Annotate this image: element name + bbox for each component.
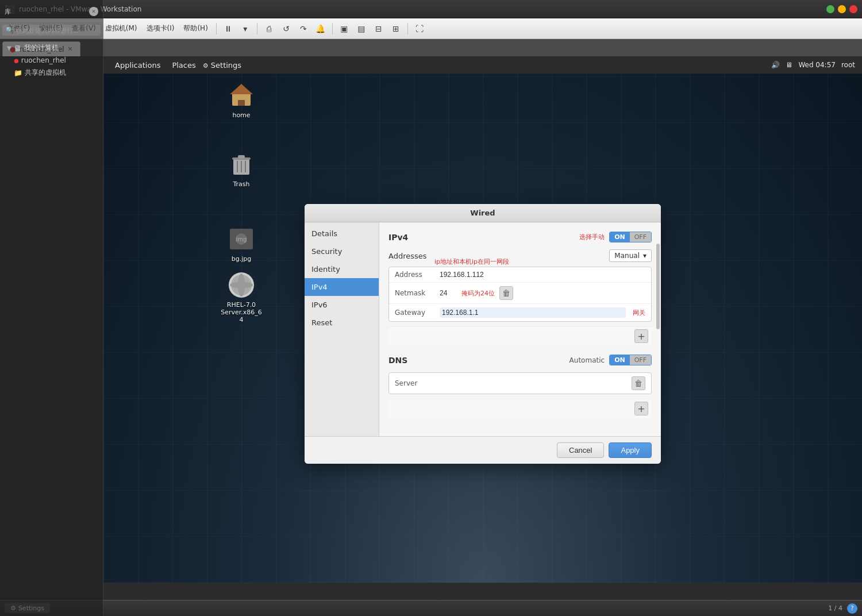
dns-title: DNS <box>388 356 407 365</box>
toolbar-btn-3[interactable]: ↷ <box>295 21 311 37</box>
dialog-content: IPv4 选择手动 ON OFF <box>379 222 661 436</box>
dialog-nav-details[interactable]: Details <box>305 225 379 242</box>
apply-button[interactable]: Apply <box>609 442 652 458</box>
gateway-input[interactable] <box>440 307 626 318</box>
server-label: Server <box>395 379 435 387</box>
menu-tabs[interactable]: 选项卡(I) <box>142 21 179 36</box>
cancel-button[interactable]: Cancel <box>557 442 604 458</box>
dialog-body: Details Security Identity IPv4 IPv6 Rese… <box>305 222 661 436</box>
ip-annotation-text: ip地址和本机ip在同一网段 <box>434 257 509 266</box>
dialog-nav-ipv4[interactable]: IPv4 <box>305 278 379 296</box>
shared-vms-icon: 📁 <box>14 69 22 77</box>
gnome-topbar: Applications Places ⚙ Settings 🔊 🖥 Wed 0… <box>103 56 862 74</box>
ipv4-title: IPv4 <box>388 233 408 242</box>
dns-section-header: DNS Automatic ON OFF <box>388 355 652 365</box>
netmask-row: Netmask 掩码为24位 🗑 <box>389 283 651 304</box>
taskbar: ⚙ Settings 1 / 4 ? <box>0 600 862 616</box>
sidebar-item-my-computer[interactable]: ▼ 🖥 我的计算机 <box>0 41 103 55</box>
vmware-titlebar: ⬛ ruochen_rhel - VMware Workstation <box>0 0 862 18</box>
close-btn[interactable] <box>849 5 857 13</box>
maximize-btn[interactable] <box>838 5 846 13</box>
add-server-row: + <box>388 399 652 418</box>
gateway-annotation: 网关 <box>633 309 645 317</box>
window-controls <box>826 5 857 13</box>
user-label: root <box>841 61 855 69</box>
menu-help[interactable]: 帮助(H) <box>179 21 212 36</box>
sidebar-tree: ▼ 🖥 我的计算机 ● ruochen_rhel 📁 共享的虚拟机 <box>0 39 103 82</box>
netmask-label: Netmask <box>395 289 435 297</box>
window-title: ruochen_rhel - VMware Workstation <box>19 5 822 13</box>
page-icon: ? <box>847 603 857 614</box>
server-row: Server 🗑 <box>389 373 651 394</box>
addresses-label: Addresses <box>388 252 427 260</box>
sidebar-item-ruochen-rhel[interactable]: ● ruochen_rhel <box>0 55 103 66</box>
dialog-nav-security[interactable]: Security <box>305 242 379 260</box>
sidebar-search-input[interactable] <box>16 27 97 34</box>
desktop: Applications Places ⚙ Settings 🔊 🖥 Wed 0… <box>103 56 862 583</box>
add-address-btn[interactable]: + <box>634 329 648 343</box>
addr-mode-dropdown[interactable]: Manual ▾ <box>609 249 652 262</box>
minimize-btn[interactable] <box>826 5 834 13</box>
netmask-delete-btn[interactable]: 🗑 <box>499 286 513 300</box>
volume-icon: 🔊 <box>771 61 780 69</box>
gnome-settings-label: Settings <box>211 61 241 70</box>
toolbar-separator-2 <box>257 23 257 34</box>
menu-vm[interactable]: 虚拟机(M) <box>101 21 142 36</box>
sidebar-search-bar[interactable]: 🔍 <box>2 25 101 36</box>
toolbar-grab-btn[interactable]: ⊞ <box>388 21 404 37</box>
toolbar-btn-1[interactable]: ⎙ <box>261 21 277 37</box>
toolbar-pause-btn[interactable]: ⏸ <box>220 21 236 37</box>
ipv4-section-header: IPv4 选择手动 ON OFF <box>388 232 652 242</box>
toolbar-vm-btn[interactable]: ▣ <box>336 21 352 37</box>
toolbar-scale-btn[interactable]: ▤ <box>353 21 370 37</box>
dialog-scrollbar[interactable] <box>656 244 660 329</box>
shared-vms-label: 共享的虚拟机 <box>25 68 66 78</box>
clock: Wed 04:57 <box>798 61 836 69</box>
dialog-title: Wired <box>305 204 661 222</box>
dns-auto-label: Automatic <box>569 356 605 364</box>
ipv4-toggle[interactable]: ON OFF <box>609 232 652 242</box>
dialog-nav-reset[interactable]: Reset <box>305 314 379 332</box>
dialog-footer: Cancel Apply <box>305 436 661 464</box>
toolbar-split-btn[interactable]: ⊟ <box>371 21 387 37</box>
sidebar-close-btn[interactable]: ✕ <box>89 7 98 16</box>
gnome-apps-places: Applications Places <box>110 60 201 71</box>
page-info: 1 / 4 <box>828 605 842 612</box>
places-menu[interactable]: Places <box>167 60 200 71</box>
search-icon: 🔍 <box>6 26 14 34</box>
toolbar-btn-4[interactable]: 🔔 <box>313 21 329 37</box>
dialog-nav-ipv6[interactable]: IPv6 <box>305 296 379 314</box>
toolbar-btn-2[interactable]: ↺ <box>278 21 294 37</box>
annotation-select-manual: 选择手动 <box>579 233 605 241</box>
server-input[interactable] <box>440 379 627 387</box>
vmware-toolbar: 文件(F) 编辑(E) 查看(V) 虚拟机(M) 选项卡(I) 帮助(H) ⏸ … <box>0 18 862 39</box>
gateway-label: Gateway <box>395 309 435 317</box>
applications-menu[interactable]: Applications <box>110 60 165 71</box>
server-delete-btn[interactable]: 🗑 <box>632 376 645 390</box>
sidebar-title: 库 <box>5 7 11 16</box>
sidebar-header: 库 ✕ <box>0 5 103 21</box>
main-area: 库 ✕ 🔍 ▼ 🖥 我的计算机 ● ruochen_rhel 📁 共享的虚拟机 <box>0 56 862 600</box>
netmask-input[interactable] <box>440 289 457 297</box>
dialog-nav-identity[interactable]: Identity <box>305 260 379 278</box>
dns-toggle-on: ON <box>610 355 630 365</box>
toolbar-fullscreen-btn[interactable]: ⛶ <box>411 21 428 37</box>
add-server-btn[interactable]: + <box>634 402 648 415</box>
wired-dialog-overlay: Wired Details Security Identity IPv4 IPv… <box>103 74 862 583</box>
ipv4-toggle-off: OFF <box>630 232 651 242</box>
dialog-sidebar: Details Security Identity IPv4 IPv6 Rese… <box>305 222 379 436</box>
addr-mode-value: Manual <box>614 252 640 260</box>
arrow-icon: ▼ <box>7 45 11 51</box>
dropdown-icon: ▾ <box>643 252 646 260</box>
dns-toggle[interactable]: ON OFF <box>609 355 652 365</box>
ipv4-toggle-on: ON <box>610 232 630 242</box>
toolbar-dropdown-btn[interactable]: ▾ <box>237 21 253 37</box>
toolbar-separator-3 <box>332 23 333 34</box>
dns-subsection: DNS Automatic ON OFF <box>388 355 652 418</box>
address-input[interactable] <box>440 271 645 279</box>
gnome-settings-menu[interactable]: ⚙ Settings <box>203 61 241 70</box>
sidebar-item-shared-vms[interactable]: 📁 共享的虚拟机 <box>0 66 103 79</box>
my-computer-label: 我的计算机 <box>24 43 59 53</box>
computer-icon: 🖥 <box>14 44 22 53</box>
taskbar-right: 1 / 4 ? <box>828 603 857 614</box>
